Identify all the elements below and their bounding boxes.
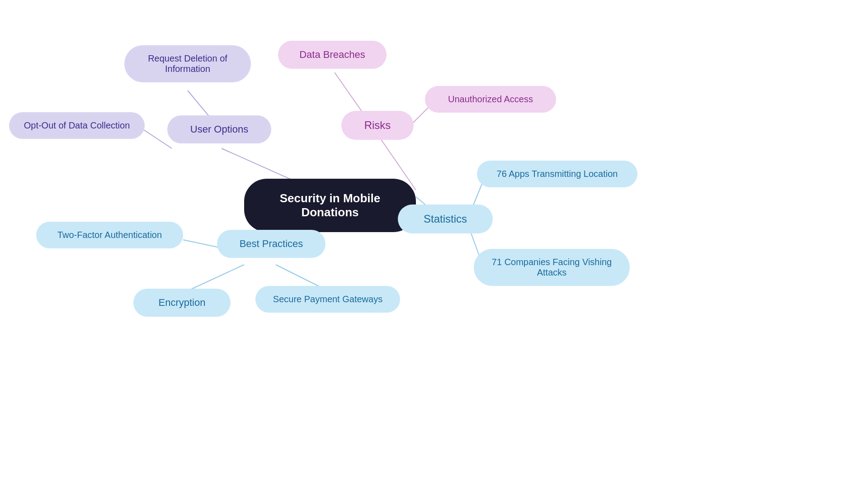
secure-payment-node: Secure Payment Gateways: [255, 286, 400, 313]
mindmap-container: Security in Mobile Donations User Option…: [0, 0, 868, 490]
opt-out-node: Opt-Out of Data Collection: [9, 112, 145, 139]
best-practices-node: Best Practices: [217, 230, 326, 258]
apps-transmitting-node: 76 Apps Transmitting Location: [477, 161, 637, 187]
svg-line-8: [185, 265, 244, 292]
risks-node: Risks: [341, 111, 414, 140]
request-deletion-node: Request Deletion of Information: [124, 45, 251, 82]
user-options-node: User Options: [167, 115, 271, 143]
vishing-attacks-node: 71 Companies Facing Vishing Attacks: [474, 249, 630, 286]
encryption-node: Encryption: [133, 289, 231, 317]
svg-line-7: [183, 240, 222, 248]
data-breaches-node: Data Breaches: [278, 41, 387, 69]
two-factor-node: Two-Factor Authentication: [36, 222, 183, 248]
svg-line-12: [470, 231, 479, 256]
center-node: Security in Mobile Donations: [244, 179, 416, 232]
svg-line-5: [411, 106, 429, 124]
unauthorized-access-node: Unauthorized Access: [425, 86, 556, 113]
statistics-node: Statistics: [398, 205, 493, 233]
